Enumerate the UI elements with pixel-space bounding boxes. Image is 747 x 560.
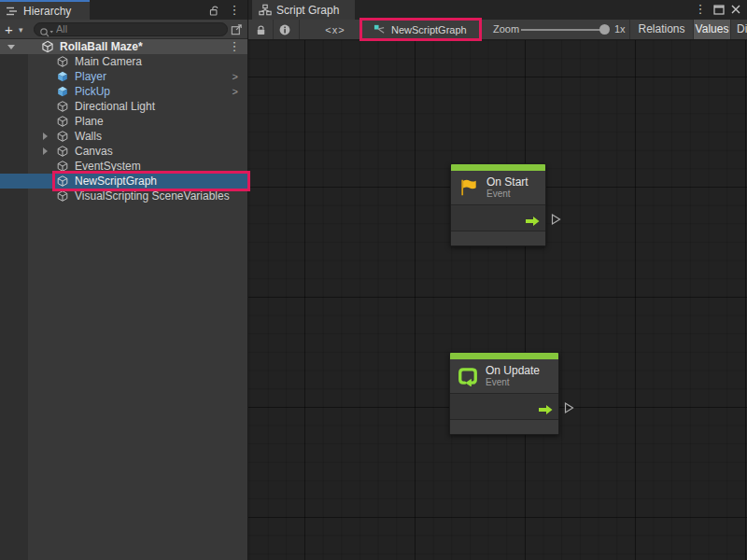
- annotation-toolbar-graphname: [359, 18, 482, 41]
- output-port-triangle[interactable]: [564, 400, 574, 413]
- hierarchy-tabbar: Hierarchy ⋮: [0, 0, 247, 20]
- panel-menu-kebab-icon[interactable]: ⋮: [693, 2, 708, 17]
- hierarchy-icon: [6, 5, 19, 18]
- tab-script-graph[interactable]: Script Graph: [252, 0, 355, 20]
- hierarchy-toolbar: + ▾: [0, 20, 247, 39]
- item-label: Canvas: [75, 144, 113, 159]
- item-label: PickUp: [75, 84, 110, 99]
- node-title: On Start: [486, 175, 529, 189]
- hierarchy-item-canvas[interactable]: Canvas: [0, 144, 247, 159]
- script-graph-panel: Script Graph ⋮ <x> NewScriptGraph Zoom 1…: [248, 0, 747, 560]
- lock-icon[interactable]: [252, 22, 269, 37]
- prefab-cube-icon: [56, 70, 69, 83]
- update-loop-icon: [458, 366, 478, 386]
- item-label: Walls: [75, 129, 102, 144]
- values-button[interactable]: Values: [694, 20, 730, 39]
- tab-hierarchy-label: Hierarchy: [23, 5, 71, 18]
- node-port-row: [450, 393, 558, 420]
- node-header[interactable]: On Update Event: [450, 359, 558, 393]
- prefab-chevron-icon[interactable]: >: [233, 69, 238, 84]
- hierarchy-item-main-camera[interactable]: Main Camera: [0, 54, 247, 69]
- prefab-chevron-icon[interactable]: >: [233, 84, 238, 99]
- hierarchy-item-player[interactable]: Player >: [0, 69, 247, 84]
- toolbar-separator: [273, 20, 274, 39]
- variables-brackets-icon[interactable]: <x>: [323, 22, 347, 37]
- expand-arrow-icon[interactable]: [43, 133, 48, 140]
- node-subtitle: Event: [486, 377, 540, 388]
- node-title: On Update: [486, 364, 540, 377]
- toolbar-separator: [299, 20, 300, 39]
- hierarchy-item-directional-light[interactable]: Directional Light: [0, 99, 247, 114]
- node-color-bar: [451, 164, 545, 171]
- scene-foldout-icon[interactable]: [7, 45, 15, 49]
- hierarchy-menu-kebab-icon[interactable]: ⋮: [227, 3, 242, 18]
- gameobject-icon: [56, 115, 69, 128]
- gameobject-icon: [56, 145, 69, 158]
- node-footer: [450, 420, 558, 434]
- open-search-window-icon[interactable]: [230, 22, 245, 37]
- flag-icon: [458, 177, 479, 198]
- item-label: Player: [75, 69, 106, 84]
- zoom-label: Zoom: [493, 20, 519, 39]
- hierarchy-item-walls[interactable]: Walls: [0, 129, 247, 144]
- item-label: Plane: [75, 114, 104, 129]
- output-port-triangle[interactable]: [551, 212, 561, 224]
- relations-button[interactable]: Relations: [630, 20, 693, 39]
- node-texts: On Update Event: [486, 364, 540, 388]
- flow-output-arrow-icon[interactable]: [525, 213, 540, 223]
- tab-script-graph-label: Script Graph: [276, 4, 339, 17]
- gameobject-icon: [56, 55, 69, 68]
- zoom-slider-track[interactable]: [521, 29, 607, 31]
- zoom-value: 1x: [614, 20, 626, 39]
- search-input[interactable]: [54, 23, 227, 36]
- script-graph-toolbar: <x> NewScriptGraph Zoom 1x Relations Val…: [248, 20, 747, 40]
- search-icon: [39, 24, 54, 35]
- hierarchy-item-plane[interactable]: Plane: [0, 114, 247, 129]
- graph-icon: [259, 4, 272, 17]
- node-texts: On Start Event: [486, 175, 529, 200]
- node-port-row: [451, 204, 545, 231]
- gameobject-icon: [56, 130, 69, 143]
- gameobject-icon: [56, 189, 69, 203]
- unity-editor: { "colors":{"annotation":"#E0195A","sele…: [0, 0, 747, 560]
- node-footer: [451, 231, 545, 245]
- zoom-slider-knob[interactable]: [599, 24, 610, 35]
- close-icon[interactable]: [728, 2, 743, 17]
- hierarchy-search-field[interactable]: [34, 22, 228, 36]
- node-subtitle: Event: [486, 189, 529, 200]
- node-on-update[interactable]: On Update Event: [449, 352, 559, 435]
- node-header[interactable]: On Start Event: [451, 171, 545, 204]
- unlock-icon[interactable]: [206, 3, 221, 18]
- dim-button[interactable]: Dim: [731, 20, 747, 39]
- node-color-bar: [450, 353, 558, 359]
- hierarchy-item-pickup[interactable]: PickUp >: [0, 84, 247, 99]
- item-label: Main Camera: [75, 54, 142, 69]
- item-label: Directional Light: [75, 99, 155, 114]
- flow-output-arrow-icon[interactable]: [538, 401, 553, 412]
- maximize-icon[interactable]: [712, 2, 726, 17]
- add-gameobject-button[interactable]: +: [5, 21, 13, 38]
- prefab-cube-icon: [56, 85, 69, 98]
- scene-name: RollaBall Maze*: [60, 39, 143, 54]
- info-icon[interactable]: [276, 22, 293, 37]
- scene-header[interactable]: RollaBall Maze* ⋮: [0, 39, 247, 54]
- unity-scene-icon: [41, 40, 54, 53]
- expand-arrow-icon[interactable]: [43, 147, 48, 155]
- scene-menu-kebab-icon[interactable]: ⋮: [227, 39, 242, 54]
- hierarchy-panel: Hierarchy ⋮ + ▾ RollaBall Maze* ⋮: [0, 0, 247, 560]
- gameobject-icon: [56, 100, 69, 113]
- node-on-start[interactable]: On Start Event: [450, 163, 546, 246]
- tab-hierarchy[interactable]: Hierarchy: [0, 0, 90, 20]
- annotation-hierarchy-newscriptgraph: [52, 171, 250, 191]
- graph-canvas[interactable]: On Start Event On: [248, 40, 747, 560]
- add-dropdown-caret[interactable]: ▾: [19, 23, 23, 36]
